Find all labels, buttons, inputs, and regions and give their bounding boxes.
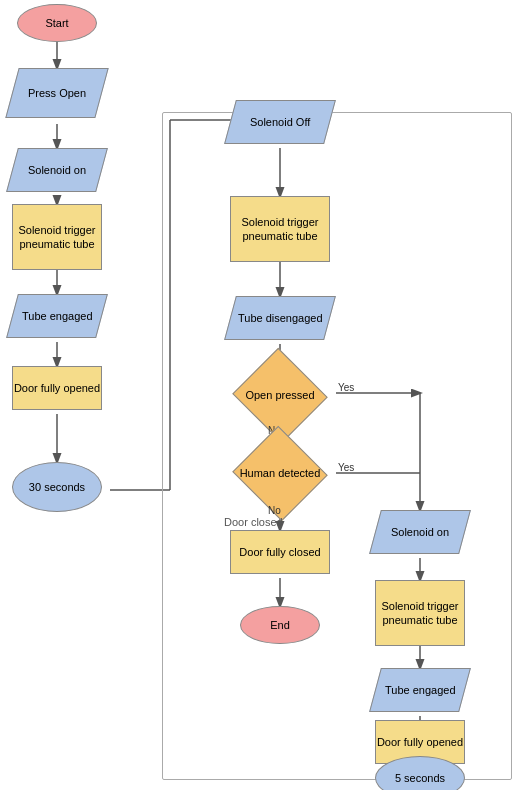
door-closed-connector-label: Door closed — [224, 516, 283, 528]
tube-engaged-right-shape: Tube engaged — [375, 668, 465, 712]
door-fully-opened-left-label: Door fully opened — [14, 381, 100, 395]
tube-engaged-left-label: Tube engaged — [22, 309, 93, 323]
solenoid-on-left-label: Solenoid on — [28, 163, 86, 177]
end-label: End — [270, 618, 290, 632]
tube-engaged-left-shape: Tube engaged — [12, 294, 102, 338]
solenoid-on-right-shape: Solenoid on — [375, 510, 465, 554]
five-seconds-label: 5 seconds — [395, 771, 445, 785]
start-label: Start — [45, 16, 68, 30]
door-fully-closed-shape: Door fully closed — [230, 530, 330, 574]
open-pressed-shape: Open pressed — [230, 370, 330, 420]
solenoid-trigger-left-shape: Solenoid trigger pneumatic tube — [12, 204, 102, 270]
start-shape: Start — [17, 4, 97, 42]
human-detected-yes-label: Yes — [338, 462, 354, 473]
human-detected-no-label: No — [268, 505, 281, 516]
solenoid-off-shape: Solenoid Off — [230, 100, 330, 144]
press-open-label: Press Open — [28, 86, 86, 100]
tube-disengaged-shape: Tube disengaged — [230, 296, 330, 340]
solenoid-off-label: Solenoid Off — [250, 115, 310, 129]
solenoid-on-left-shape: Solenoid on — [12, 148, 102, 192]
solenoid-trigger-left-label: Solenoid trigger pneumatic tube — [13, 223, 101, 252]
door-fully-closed-label: Door fully closed — [239, 545, 320, 559]
tube-disengaged-label: Tube disengaged — [238, 311, 323, 325]
door-fully-opened-left-shape: Door fully opened — [12, 366, 102, 410]
solenoid-trigger-mid-shape: Solenoid trigger pneumatic tube — [230, 196, 330, 262]
human-detected-shape: Human detected — [230, 448, 330, 498]
tube-engaged-right-label: Tube engaged — [385, 683, 456, 697]
press-open-shape: Press Open — [12, 68, 102, 118]
thirty-seconds-shape: 30 seconds — [12, 462, 102, 512]
open-pressed-yes-label: Yes — [338, 382, 354, 393]
solenoid-trigger-mid-label: Solenoid trigger pneumatic tube — [231, 215, 329, 244]
solenoid-trigger-right-label: Solenoid trigger pneumatic tube — [376, 599, 464, 628]
end-shape: End — [240, 606, 320, 644]
flowchart: Start Press Open Solenoid on Solenoid tr… — [0, 0, 519, 790]
open-pressed-label: Open pressed — [245, 388, 314, 402]
thirty-seconds-label: 30 seconds — [29, 480, 85, 494]
solenoid-on-right-label: Solenoid on — [391, 525, 449, 539]
door-fully-opened-right-label: Door fully opened — [377, 735, 463, 749]
solenoid-trigger-right-shape: Solenoid trigger pneumatic tube — [375, 580, 465, 646]
human-detected-label: Human detected — [240, 466, 321, 480]
